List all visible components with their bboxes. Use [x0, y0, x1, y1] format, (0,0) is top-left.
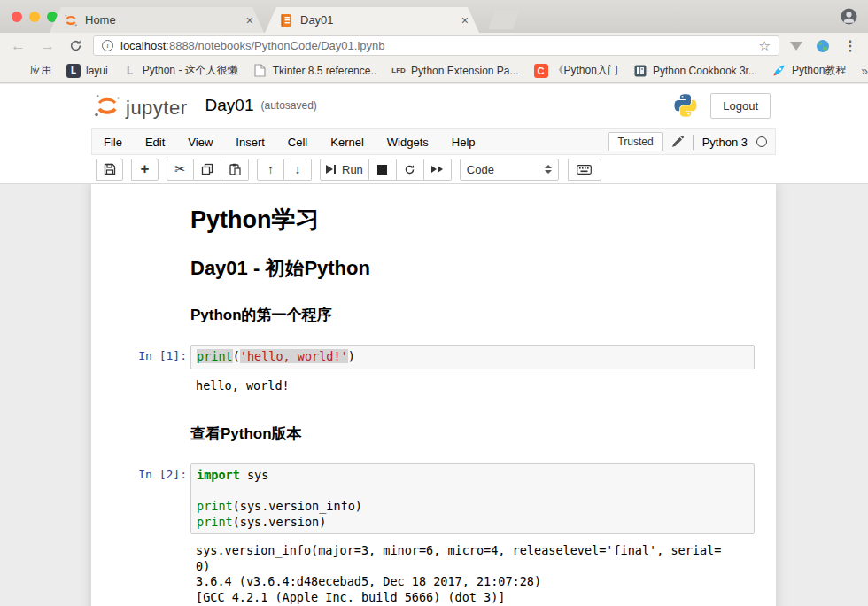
autosave-status: (autosaved) — [260, 99, 316, 112]
cell-type-select[interactable]: Code — [460, 159, 559, 181]
bookmark-label: 《Python入门 — [554, 63, 618, 78]
menu-edit[interactable]: Edit — [134, 136, 176, 149]
apps-grid-icon — [11, 64, 25, 78]
output-area-1: hello, world! — [97, 377, 755, 396]
heading-day01: Day01 - 初始Python — [190, 255, 755, 282]
kernel-name: Python 3 — [702, 136, 748, 149]
extension-v-icon[interactable] — [790, 42, 802, 50]
menu-file[interactable]: File — [92, 136, 134, 149]
menu-kernel[interactable]: Kernel — [319, 136, 376, 149]
chrome-menu-icon[interactable]: ⋮ — [843, 39, 857, 53]
bookmark-label: 应用 — [30, 63, 51, 78]
url-path: :8888/notebooks/PythonCode/Day01.ipynb — [166, 39, 384, 52]
output-text: sys.version_info(major=3, minor=6, micro… — [190, 541, 755, 606]
bookmark-label: Python Cookbook 3r... — [653, 65, 757, 77]
bookmark-apps[interactable]: 应用 — [11, 63, 51, 78]
back-icon[interactable]: ← — [11, 38, 26, 53]
notebook-container: Python学习 Day01 - 初始Python Python的第一个程序 I… — [91, 184, 776, 606]
logout-button[interactable]: Logout — [710, 93, 771, 119]
notebook-file-icon — [279, 13, 293, 27]
menu-view[interactable]: View — [176, 136, 224, 149]
pencil-icon[interactable] — [671, 136, 684, 148]
bookmark-star-icon[interactable]: ☆ — [759, 38, 771, 54]
new-tab-button[interactable] — [488, 11, 520, 29]
browser-actions: ⋮ — [790, 39, 857, 53]
notebook-scroll-area[interactable]: Python学习 Day01 - 初始Python Python的第一个程序 I… — [0, 184, 868, 606]
forward-icon[interactable]: → — [40, 38, 55, 53]
stop-icon — [377, 165, 387, 175]
jupyter-header: jupyter Day01 (autosaved) Logout — [0, 84, 868, 127]
menu-widgets[interactable]: Widgets — [376, 136, 440, 149]
command-palette-button[interactable] — [568, 159, 601, 181]
code-input[interactable]: import sys print(sys.version_info) print… — [190, 463, 755, 534]
run-button[interactable]: Run — [320, 159, 369, 181]
csdn-icon: C — [534, 64, 548, 78]
code-cell-2[interactable]: In [2]: import sys print(sys.version_inf… — [97, 463, 755, 534]
code-cell-1[interactable]: In [1]: print('hello, world!') — [97, 345, 755, 369]
window-close-button[interactable] — [12, 12, 22, 22]
output-area-2: sys.version_info(major=3, minor=6, micro… — [97, 541, 755, 606]
move-cell-down-button[interactable]: ↓ — [284, 159, 312, 181]
heading-first-program: Python的第一个程序 — [190, 305, 755, 325]
bookmark-label: Python - 这个人很懒 — [143, 63, 238, 78]
lfd-icon: LFD — [391, 66, 406, 74]
step-forward-icon — [326, 165, 333, 174]
document-icon — [253, 64, 267, 78]
rocket-icon — [772, 64, 787, 78]
tab-day01[interactable]: Day01 × — [265, 7, 479, 33]
menu-help[interactable]: Help — [440, 136, 487, 149]
bookmark-label: Python教程 — [792, 63, 846, 78]
copy-cell-button[interactable] — [194, 159, 221, 181]
page-info-icon[interactable]: i — [102, 40, 113, 51]
url-bar[interactable]: i localhost:8888/notebooks/PythonCode/Da… — [93, 35, 779, 56]
cut-cell-button[interactable]: ✂ — [167, 159, 194, 181]
bookmark-cookbook[interactable]: Python Cookbook 3r... — [633, 64, 757, 78]
bookmark-label: layui — [86, 65, 108, 77]
bookmark-python-extension[interactable]: LFD Python Extension Pa... — [391, 64, 518, 78]
move-cell-up-button[interactable]: ↑ — [257, 159, 284, 181]
bookmark-python-blog[interactable]: L Python - 这个人很懒 — [123, 63, 238, 78]
layui-icon: L — [66, 64, 81, 78]
code-input[interactable]: print('hello, world!') — [190, 345, 755, 369]
bookmark-python-tutorial[interactable]: Python教程 — [772, 63, 846, 78]
bookmark-tkinter[interactable]: Tkinter 8.5 reference.. — [253, 64, 376, 78]
bookmark-label: Python Extension Pa... — [411, 65, 518, 77]
tab-home[interactable]: Home × — [50, 7, 264, 33]
trusted-button[interactable]: Trusted — [608, 132, 662, 152]
tab-close-icon[interactable]: × — [460, 14, 470, 27]
input-prompt: In [2]: — [97, 463, 190, 534]
select-arrows-icon — [545, 165, 552, 174]
jupyter-chrome: jupyter Day01 (autosaved) Logout File Ed… — [0, 84, 868, 184]
input-prompt: In [1]: — [97, 345, 190, 369]
bookmark-layui[interactable]: L layui — [66, 64, 108, 78]
navigation-bar: ← → i localhost:8888/notebooks/PythonCod… — [0, 33, 868, 58]
add-cell-button[interactable]: + — [131, 159, 159, 181]
jupyter-ring-icon — [64, 13, 78, 27]
tab-close-icon[interactable]: × — [244, 14, 255, 27]
keyboard-icon — [577, 165, 592, 175]
translate-globe-icon[interactable] — [816, 39, 830, 53]
reload-icon[interactable] — [69, 39, 82, 52]
jupyter-toolbar: + ✂ ↑ — [0, 155, 868, 183]
window-controls — [12, 12, 58, 22]
paste-cell-button[interactable] — [221, 159, 249, 181]
notebook-title[interactable]: Day01 — [205, 96, 254, 115]
interrupt-kernel-button[interactable] — [369, 159, 397, 181]
bookmark-python-intro[interactable]: C 《Python入门 — [534, 63, 618, 78]
menu-cell[interactable]: Cell — [276, 136, 319, 149]
bookmarks-overflow-chevron[interactable]: » — [861, 64, 868, 78]
window-minimize-button[interactable] — [29, 12, 40, 22]
bookmarks-bar: 应用 L layui L Python - 这个人很懒 Tkinter 8.5 … — [0, 58, 868, 83]
menu-insert[interactable]: Insert — [224, 136, 276, 149]
restart-run-all-button[interactable] — [424, 159, 452, 181]
profile-icon[interactable] — [841, 8, 857, 25]
jupyter-logo[interactable]: jupyter — [92, 91, 188, 120]
cell-type-value: Code — [467, 163, 494, 176]
book-icon — [633, 64, 647, 78]
url-host: localhost — [120, 39, 166, 52]
restart-kernel-button[interactable] — [397, 159, 424, 181]
heading-check-version: 查看Python版本 — [190, 423, 755, 444]
heading-python-study: Python学习 — [190, 204, 755, 236]
save-button[interactable] — [96, 159, 123, 181]
python-logo-icon — [673, 93, 698, 118]
